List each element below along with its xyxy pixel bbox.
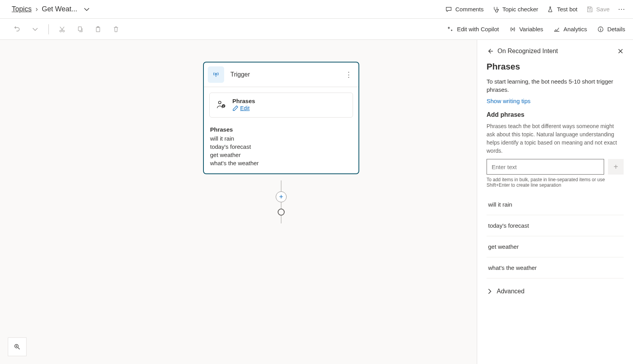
phrases-panel: On Recognized Intent Phrases To start le… [477, 40, 633, 364]
undo-icon [14, 26, 21, 33]
breadcrumb-sep: › [36, 5, 38, 13]
stethoscope-icon [492, 6, 499, 13]
undo-button[interactable] [12, 24, 23, 35]
phrase-item: today's forecast [210, 143, 352, 151]
panel-desc: To start learning, the bot needs 5-10 sh… [487, 77, 624, 94]
input-hint: To add items in bulk, paste in line-sepa… [487, 177, 624, 188]
comment-icon [445, 6, 452, 13]
save-label: Save [596, 6, 610, 12]
phrase-item: what's the weather [210, 159, 352, 167]
variables-label: Variables [519, 26, 543, 32]
breadcrumb-current: Get Weat... [42, 5, 77, 13]
details-label: Details [607, 26, 625, 32]
panel-close-button[interactable] [617, 48, 624, 54]
cut-icon [59, 26, 66, 33]
advanced-label: Advanced [497, 288, 524, 295]
node-title: Trigger [230, 71, 250, 78]
comments-button[interactable]: Comments [445, 6, 484, 13]
trash-icon [112, 26, 119, 33]
add-phrases-heading: Add phrases [487, 111, 624, 118]
broadcast-icon [212, 71, 219, 78]
info-icon [597, 26, 604, 33]
panel-phrase-item[interactable]: will it rain [487, 194, 624, 215]
add-phrase-button[interactable]: + [608, 159, 624, 175]
breadcrumb-dropdown[interactable] [81, 4, 92, 15]
cut-button[interactable] [57, 24, 68, 35]
svg-rect-3 [78, 27, 82, 30]
svg-point-2 [62, 30, 64, 32]
copy-button[interactable] [75, 24, 86, 35]
panel-phrase-item[interactable]: get weather [487, 236, 624, 257]
panel-phrase-item[interactable]: today's forecast [487, 215, 624, 236]
authoring-canvas[interactable]: Trigger ⋮ Phrases Edit [0, 40, 477, 364]
writing-tips-link[interactable]: Show writing tips [487, 98, 531, 104]
flask-icon [547, 6, 554, 13]
add-phrases-desc: Phrases teach the bot different ways som… [487, 122, 624, 155]
arrow-left-icon [487, 48, 494, 55]
edit-with-copilot-button[interactable]: Edit with Copilot [447, 26, 499, 33]
phrases-card[interactable]: Phrases Edit [209, 93, 353, 118]
panel-back-button[interactable] [487, 48, 494, 55]
svg-rect-4 [96, 27, 100, 32]
svg-point-8 [219, 101, 221, 104]
breadcrumb: Topics › Get Weat... [12, 4, 92, 15]
zoom-fit-button[interactable] [8, 337, 27, 356]
end-node [278, 209, 285, 216]
phrase-input[interactable] [487, 159, 604, 175]
paste-icon [95, 26, 102, 33]
undo-dropdown[interactable] [30, 24, 41, 35]
sparkle-icon [447, 26, 454, 33]
save-icon [586, 6, 593, 13]
phrase-item: get weather [210, 151, 352, 159]
phrases-heading: Phrases [210, 126, 352, 133]
analytics-label: Analytics [563, 26, 587, 32]
zoom-icon [14, 343, 21, 350]
breadcrumb-root[interactable]: Topics [12, 5, 32, 13]
analytics-button[interactable]: Analytics [553, 26, 587, 33]
test-bot-button[interactable]: Test bot [547, 6, 578, 13]
test-bot-label: Test bot [557, 6, 578, 12]
phrase-item: will it rain [210, 134, 352, 143]
variable-icon [509, 26, 516, 33]
close-icon [617, 48, 624, 54]
overflow-menu[interactable]: ··· [618, 5, 625, 13]
edit-phrases-link[interactable]: Edit [232, 105, 250, 111]
delete-button[interactable] [111, 24, 121, 35]
node-phrase-list: Phrases will it rain today's forecast ge… [204, 123, 358, 173]
chevron-down-icon [32, 26, 38, 32]
chart-icon [553, 26, 560, 33]
svg-point-7 [215, 73, 217, 75]
variables-button[interactable]: Variables [509, 26, 543, 33]
save-button[interactable]: Save [586, 6, 610, 13]
trigger-node[interactable]: Trigger ⋮ Phrases Edit [203, 62, 359, 174]
svg-point-1 [60, 30, 62, 32]
comments-label: Comments [455, 6, 484, 12]
pencil-icon [232, 105, 239, 111]
topic-checker-label: Topic checker [503, 6, 538, 12]
copy-icon [77, 26, 84, 33]
add-node-button[interactable]: + [276, 191, 287, 202]
svg-point-0 [497, 9, 499, 10]
topic-checker-button[interactable]: Topic checker [492, 6, 538, 13]
node-menu[interactable]: ⋮ [345, 70, 352, 79]
person-speech-icon [216, 100, 226, 111]
panel-heading: Phrases [487, 62, 624, 72]
phrases-section-title: Phrases [232, 98, 255, 104]
trigger-icon [208, 66, 224, 83]
copilot-label: Edit with Copilot [457, 26, 499, 32]
chevron-right-icon [487, 288, 493, 294]
toolbar-separator [48, 24, 49, 34]
paste-button[interactable] [93, 24, 103, 35]
panel-phrase-item[interactable]: what's the weather [487, 257, 624, 278]
advanced-section-toggle[interactable]: Advanced [487, 288, 624, 295]
panel-title: On Recognized Intent [497, 48, 558, 55]
details-button[interactable]: Details [597, 26, 625, 33]
edit-label: Edit [240, 105, 250, 111]
chevron-down-icon [84, 6, 90, 12]
